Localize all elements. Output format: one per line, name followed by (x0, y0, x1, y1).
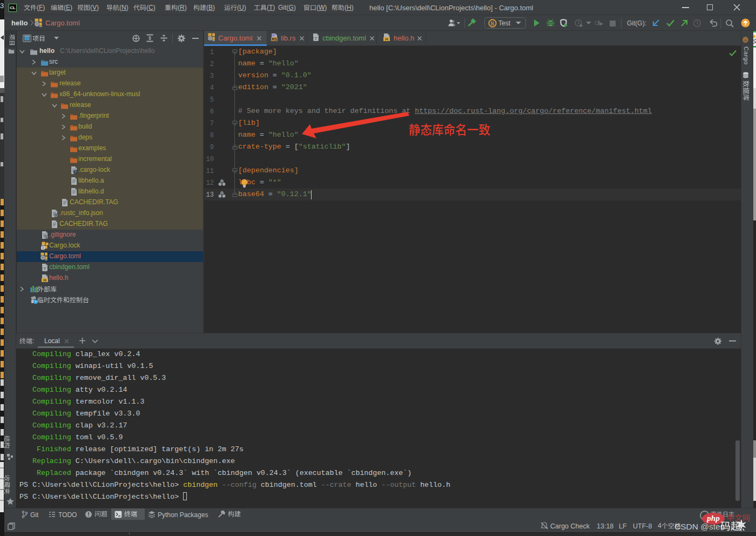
svg-text:[T]: [T] (312, 36, 320, 41)
svg-text:H: H (43, 278, 46, 283)
svg-text:RS: RS (272, 37, 277, 41)
svg-text:H: H (385, 37, 388, 42)
svg-text:R: R (490, 21, 495, 26)
svg-text:[T]: [T] (41, 266, 49, 271)
svg-text:?: ? (75, 170, 77, 175)
